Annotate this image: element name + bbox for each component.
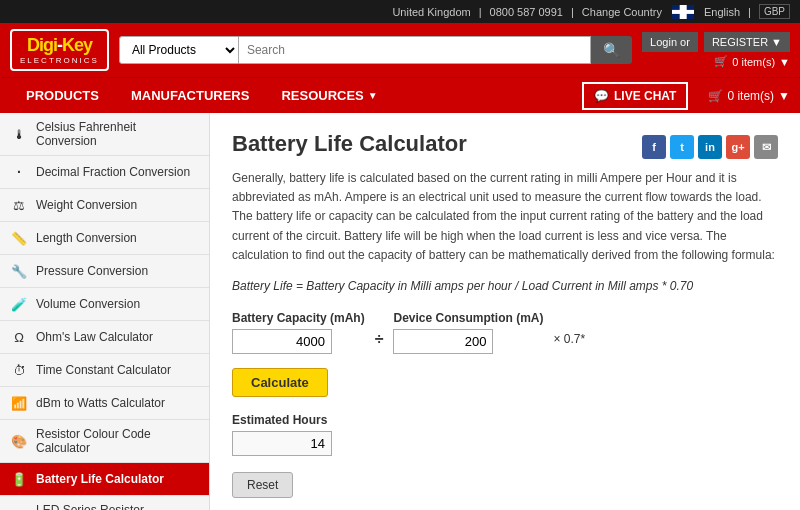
sidebar-item-label: Decimal Fraction Conversion xyxy=(36,165,190,179)
volume-icon: 🧪 xyxy=(10,295,28,313)
country-label: United Kingdom xyxy=(392,6,470,18)
sidebar-item-ohm[interactable]: Ω Ohm's Law Calculator xyxy=(0,321,209,354)
nav-cart-icon: 🛒 xyxy=(708,89,723,103)
estimated-hours-label: Estimated Hours xyxy=(232,413,778,427)
facebook-icon[interactable]: f xyxy=(642,135,666,159)
sidebar-item-label: Volume Conversion xyxy=(36,297,140,311)
length-icon: 📏 xyxy=(10,229,28,247)
register-button[interactable]: REGISTER ▼ xyxy=(704,32,790,52)
nav-manufacturers-label: MANUFACTURERS xyxy=(131,88,249,103)
search-button[interactable]: 🔍 xyxy=(591,36,632,64)
nav-cart-arrow-icon: ▼ xyxy=(778,89,790,103)
header: Digi-Key ELECTRONICS All Products 🔍 Logi… xyxy=(0,23,800,77)
separator: | xyxy=(479,6,482,18)
separator: | xyxy=(571,6,574,18)
sidebar-item-battery[interactable]: 🔋 Battery Life Calculator xyxy=(0,463,209,496)
sidebar-item-label: LED Series Resistor Calculator xyxy=(36,503,199,510)
estimated-hours-result[interactable] xyxy=(232,431,332,456)
description-text: Generally, battery life is calculated ba… xyxy=(232,169,778,265)
sidebar-item-resistor-colour[interactable]: 🎨 Resistor Colour Code Calculator xyxy=(0,420,209,463)
logo-electronics: ELECTRONICS xyxy=(20,56,99,65)
googleplus-icon[interactable]: g+ xyxy=(726,135,750,159)
nav-cart[interactable]: 🛒 0 item(s) ▼ xyxy=(708,89,790,103)
linkedin-icon[interactable]: in xyxy=(698,135,722,159)
sidebar-item-label: Battery Life Calculator xyxy=(36,472,164,486)
sidebar: 🌡 Celsius Fahrenheit Conversion · Decima… xyxy=(0,113,210,510)
uk-flag-icon xyxy=(672,5,694,19)
sidebar-item-label: dBm to Watts Calculator xyxy=(36,396,165,410)
login-button[interactable]: Login or xyxy=(642,32,698,52)
battery-capacity-input[interactable] xyxy=(232,329,332,354)
twitter-icon[interactable]: t xyxy=(670,135,694,159)
sidebar-item-weight[interactable]: ⚖ Weight Conversion xyxy=(0,189,209,222)
result-section: Estimated Hours xyxy=(232,413,778,456)
cart-arrow-icon: ▼ xyxy=(779,56,790,68)
cart-count: 0 item(s) xyxy=(732,56,775,68)
nav-products[interactable]: PRODUCTS xyxy=(10,78,115,113)
battery-icon: 🔋 xyxy=(10,470,28,488)
login-register-group: Login or REGISTER ▼ xyxy=(642,32,790,52)
header-right: Login or REGISTER ▼ 🛒 0 item(s) ▼ xyxy=(642,32,790,68)
sidebar-item-time-constant[interactable]: ⏱ Time Constant Calculator xyxy=(0,354,209,387)
social-icons: f t in g+ ✉ xyxy=(642,135,778,159)
multiplier-label: × 0.7* xyxy=(554,332,586,354)
search-input[interactable] xyxy=(239,36,591,64)
sidebar-item-celsius[interactable]: 🌡 Celsius Fahrenheit Conversion xyxy=(0,113,209,156)
register-label: REGISTER xyxy=(712,36,768,48)
sidebar-item-label: Time Constant Calculator xyxy=(36,363,171,377)
pressure-icon: 🔧 xyxy=(10,262,28,280)
calculate-button[interactable]: Calculate xyxy=(232,368,328,397)
sidebar-item-dbm[interactable]: 📶 dBm to Watts Calculator xyxy=(0,387,209,420)
formula-text: Battery Life = Battery Capacity in Milli… xyxy=(232,279,778,293)
resources-arrow-icon: ▼ xyxy=(368,90,378,101)
sidebar-item-length[interactable]: 📏 Length Conversion xyxy=(0,222,209,255)
cart-icon: 🛒 xyxy=(714,55,728,68)
top-bar: United Kingdom | 0800 587 0991 | Change … xyxy=(0,0,800,23)
ohm-icon: Ω xyxy=(10,328,28,346)
device-consumption-field: Device Consumption (mA) xyxy=(393,311,543,354)
time-icon: ⏱ xyxy=(10,361,28,379)
nav-products-label: PRODUCTS xyxy=(26,88,99,103)
register-arrow-icon: ▼ xyxy=(771,36,782,48)
colour-icon: 🎨 xyxy=(10,432,28,450)
sidebar-item-label: Weight Conversion xyxy=(36,198,137,212)
logo-digi-key: Digi-Key xyxy=(27,35,92,56)
logo[interactable]: Digi-Key ELECTRONICS xyxy=(10,29,109,71)
live-chat-button[interactable]: 💬 LIVE CHAT xyxy=(582,82,688,110)
nav-resources-label: RESOURCES xyxy=(281,88,363,103)
battery-capacity-field: Battery Capacity (mAh) xyxy=(232,311,365,354)
nav-right: 💬 LIVE CHAT 🛒 0 item(s) ▼ xyxy=(582,82,790,110)
nav-manufacturers[interactable]: MANUFACTURERS xyxy=(115,78,265,113)
currency-box[interactable]: GBP xyxy=(759,4,790,19)
nav-resources[interactable]: RESOURCES ▼ xyxy=(265,78,393,113)
sidebar-item-led[interactable]: 💡 LED Series Resistor Calculator xyxy=(0,496,209,510)
live-chat-label: LIVE CHAT xyxy=(614,89,676,103)
sidebar-item-label: Resistor Colour Code Calculator xyxy=(36,427,199,455)
device-consumption-input[interactable] xyxy=(393,329,493,354)
dbm-icon: 📶 xyxy=(10,394,28,412)
phone-number: 0800 587 0991 xyxy=(490,6,563,18)
battery-capacity-label: Battery Capacity (mAh) xyxy=(232,311,365,325)
main-content: f t in g+ ✉ Battery Life Calculator Gene… xyxy=(210,113,800,510)
language-link[interactable]: English xyxy=(704,6,740,18)
sidebar-item-label: Ohm's Law Calculator xyxy=(36,330,153,344)
cart-info[interactable]: 🛒 0 item(s) ▼ xyxy=(714,55,790,68)
separator: | xyxy=(748,6,751,18)
sidebar-item-volume[interactable]: 🧪 Volume Conversion xyxy=(0,288,209,321)
decimal-icon: · xyxy=(10,163,28,181)
nav-cart-label: 0 item(s) xyxy=(727,89,774,103)
search-bar: All Products 🔍 xyxy=(119,36,632,64)
title-row: f t in g+ ✉ Battery Life Calculator xyxy=(232,131,778,169)
sidebar-item-label: Pressure Conversion xyxy=(36,264,148,278)
reset-button[interactable]: Reset xyxy=(232,472,293,498)
divide-operator: ÷ xyxy=(375,330,384,354)
email-share-icon[interactable]: ✉ xyxy=(754,135,778,159)
search-category-select[interactable]: All Products xyxy=(119,36,239,64)
weight-icon: ⚖ xyxy=(10,196,28,214)
sidebar-item-label: Celsius Fahrenheit Conversion xyxy=(36,120,199,148)
change-country-link[interactable]: Change Country xyxy=(582,6,662,18)
sidebar-item-label: Length Conversion xyxy=(36,231,137,245)
sidebar-item-pressure[interactable]: 🔧 Pressure Conversion xyxy=(0,255,209,288)
chat-icon: 💬 xyxy=(594,89,609,103)
sidebar-item-decimal[interactable]: · Decimal Fraction Conversion xyxy=(0,156,209,189)
